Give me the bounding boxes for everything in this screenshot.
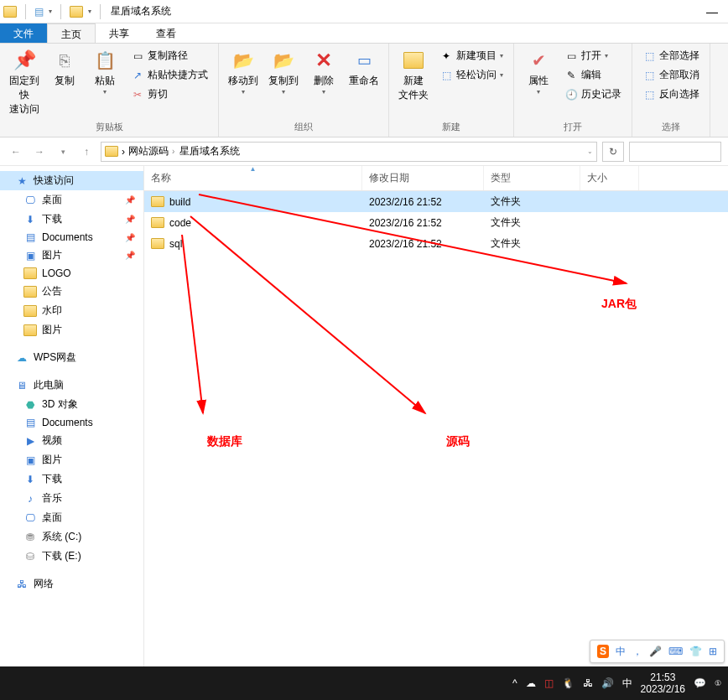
minimize-button[interactable]: —: [699, 5, 725, 18]
sidebar-pictures[interactable]: ▣图片📌: [0, 246, 143, 265]
sidebar-dle[interactable]: ⛁下载 (E:): [0, 547, 143, 566]
tray-badge: ①: [715, 679, 721, 687]
ime-punct[interactable]: ，: [632, 645, 642, 659]
taskbar-clock[interactable]: 21:53 2023/2/16: [641, 671, 685, 696]
paste-button[interactable]: 📋 粘贴 ▾: [87, 47, 122, 97]
folder-icon: [151, 217, 164, 228]
sidebar-quick-access[interactable]: ★快速访问: [0, 171, 143, 190]
new-item-button[interactable]: ✦新建项目 ▾: [436, 47, 507, 65]
address-box[interactable]: › 网站源码› 星盾域名系统 ⌄: [101, 142, 597, 162]
chevron-icon[interactable]: ›: [122, 146, 125, 158]
edit-button[interactable]: ✎编辑: [561, 66, 625, 84]
desktop-icon: 🖵: [23, 512, 37, 524]
refresh-button[interactable]: ↻: [602, 142, 624, 162]
sidebar-gonggao[interactable]: 公告: [0, 282, 143, 301]
qat-chev[interactable]: ▾: [88, 8, 91, 15]
col-date[interactable]: 修改日期: [362, 166, 484, 190]
drive-icon: ⛁: [23, 551, 37, 563]
moveto-button[interactable]: 📂移动到▾: [226, 47, 261, 97]
up-button[interactable]: ↑: [77, 143, 96, 161]
tray-network-icon[interactable]: 🖧: [583, 677, 593, 689]
invert-selection-button[interactable]: ⬚反向选择: [639, 86, 703, 103]
ime-toolbox-icon[interactable]: ⊞: [709, 646, 717, 657]
tab-file[interactable]: 文件: [0, 23, 47, 43]
col-type[interactable]: 类型: [484, 166, 580, 190]
file-row-build[interactable]: build 2023/2/16 21:52 文件夹: [144, 191, 728, 212]
tab-home[interactable]: 主页: [47, 23, 96, 43]
documents-icon: ▤: [23, 231, 37, 243]
group-organize: 📂移动到▾ 📂复制到▾ ✕删除▾ ▭重命名 组织: [219, 44, 389, 137]
ime-keyboard-icon[interactable]: ⌨: [668, 646, 683, 657]
sidebar-3dobjects[interactable]: ⬣3D 对象: [0, 395, 143, 414]
new-folder-button[interactable]: 新建 文件夹: [396, 47, 431, 104]
forward-button[interactable]: →: [30, 143, 49, 161]
annotation-source: 源码: [446, 434, 470, 449]
sidebar-sysc[interactable]: ⛃系统 (C:): [0, 527, 143, 547]
back-button[interactable]: ←: [7, 143, 25, 161]
sidebar-network[interactable]: 🖧网络: [0, 574, 143, 594]
tray-up-icon[interactable]: ^: [512, 677, 517, 689]
address-dropdown[interactable]: ⌄: [587, 148, 593, 155]
obj3d-icon: ⬣: [23, 399, 37, 411]
sidebar-pictures3[interactable]: ▣图片: [0, 450, 143, 469]
paste-shortcut-button[interactable]: ↗粘贴快捷方式: [127, 66, 211, 84]
easy-access-button[interactable]: ⬚轻松访问 ▾: [436, 66, 507, 84]
sidebar-downloads[interactable]: ⬇下载📌: [0, 210, 143, 229]
sidebar-music[interactable]: ♪音乐: [0, 489, 143, 508]
sidebar-documents2[interactable]: ▤Documents: [0, 414, 143, 431]
tray-ime[interactable]: 中: [622, 677, 632, 691]
drive-icon: ⛃: [23, 531, 37, 543]
sidebar-desktop2[interactable]: 🖵桌面: [0, 508, 143, 527]
file-row-sql[interactable]: sql 2023/2/16 21:52 文件夹: [144, 233, 728, 254]
tray-security-icon[interactable]: ◫: [544, 677, 554, 689]
tray-onedrive-icon[interactable]: ☁: [526, 677, 536, 689]
crumb-root[interactable]: 网站源码›: [128, 144, 176, 158]
group-new: 新建 文件夹 ✦新建项目 ▾ ⬚轻松访问 ▾ 新建: [389, 44, 514, 137]
copy-path-button[interactable]: ▭复制路径: [127, 47, 211, 65]
search-input[interactable]: [629, 142, 721, 162]
sidebar-wps[interactable]: ☁WPS网盘: [0, 348, 143, 367]
col-size[interactable]: 大小: [580, 166, 639, 190]
sogou-icon[interactable]: S: [597, 645, 609, 658]
crumb-current[interactable]: 星盾域名系统: [179, 144, 240, 158]
ime-skin-icon[interactable]: 👕: [689, 646, 702, 657]
sidebar-logo[interactable]: LOGO: [0, 265, 143, 282]
tray-notifications-icon[interactable]: 💬: [694, 677, 706, 689]
easyaccess-icon: ⬚: [439, 69, 453, 82]
sidebar-thispc[interactable]: 🖥此电脑: [0, 376, 143, 395]
copyto-button[interactable]: 📂复制到▾: [266, 47, 301, 97]
sidebar-pictures2[interactable]: 图片: [0, 320, 143, 340]
file-row-code[interactable]: code 2023/2/16 21:52 文件夹: [144, 212, 728, 233]
sidebar-desktop[interactable]: 🖵桌面📌: [0, 190, 143, 210]
delete-button[interactable]: ✕删除▾: [306, 47, 341, 97]
col-name[interactable]: 名称▲: [144, 166, 362, 190]
sidebar-documents[interactable]: ▤Documents📌: [0, 229, 143, 246]
ime-zhong[interactable]: 中: [616, 645, 626, 659]
moveto-icon: 📂: [231, 49, 255, 72]
properties-button[interactable]: ✔属性▾: [521, 47, 556, 97]
folder-icon: [23, 324, 37, 336]
sort-indicator-icon: ▲: [250, 165, 257, 173]
tab-share[interactable]: 共享: [96, 23, 143, 43]
sidebar-videos[interactable]: ▶视频: [0, 431, 143, 450]
pin-icon: 📌: [125, 251, 135, 260]
tray-qq-icon[interactable]: 🐧: [562, 677, 575, 689]
tab-view[interactable]: 查看: [143, 23, 190, 43]
select-none-button[interactable]: ⬚全部取消: [639, 66, 703, 84]
newfolder-icon: [402, 49, 425, 72]
sidebar-downloads2[interactable]: ⬇下载: [0, 469, 143, 489]
rename-button[interactable]: ▭重命名: [346, 47, 382, 90]
qat-doc-icon[interactable]: ▤: [34, 6, 44, 18]
cut-button[interactable]: ✂剪切: [127, 86, 211, 103]
ime-bar[interactable]: S 中 ， 🎤 ⌨ 👕 ⊞: [590, 640, 725, 663]
recent-button[interactable]: ▾: [54, 143, 72, 161]
qat-dropdown[interactable]: ▾: [49, 8, 52, 15]
tray-volume-icon[interactable]: 🔊: [601, 677, 614, 689]
history-button[interactable]: 🕘历史记录: [561, 86, 625, 103]
copy-button[interactable]: ⎘ 复制: [47, 47, 82, 90]
sidebar-shuiyin[interactable]: 水印: [0, 301, 143, 320]
select-all-button[interactable]: ⬚全部选择: [639, 47, 703, 65]
pin-quick-access-button[interactable]: 📌 固定到快 速访问: [7, 47, 42, 118]
ime-mic-icon[interactable]: 🎤: [649, 646, 662, 657]
open-button[interactable]: ▭打开 ▾: [561, 47, 625, 65]
